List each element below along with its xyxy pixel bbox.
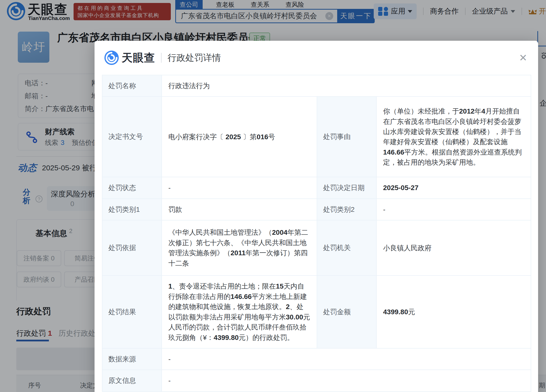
modal-title-divider — [161, 53, 162, 63]
data-source-label: 数据来源 — [102, 348, 162, 370]
data-source-value: - — [162, 348, 531, 370]
penalty-amount-value: 4399.80元 — [376, 275, 531, 348]
penalty-category2-value: - — [376, 199, 531, 220]
penalty-result-label: 处罚结果 — [102, 275, 162, 348]
modal-title: 行政处罚详情 — [168, 52, 221, 64]
penalty-authority-value: 小良镇人民政府 — [376, 220, 531, 275]
penalty-name-label: 处罚名称 — [102, 75, 162, 97]
table-row: 决定书文号 电小府案行决字〔 2025 〕第016号 处罚事由 你（单位）未经批… — [102, 97, 531, 177]
penalty-reason-value: 你（单位）未经批准，于2012年4月开始擅自在广东省茂名市电白区小良镇岭圩村委会… — [376, 97, 531, 177]
penalty-detail-table: 处罚名称 行政违法行为 决定书文号 电小府案行决字〔 2025 〕第016号 处… — [102, 75, 531, 392]
table-row: 处罚状态 - 处罚决定日期 2025-05-27 — [102, 177, 531, 198]
table-row: 处罚名称 行政违法行为 — [102, 75, 531, 97]
penalty-status-label: 处罚状态 — [102, 177, 162, 198]
table-row: 数据来源 - — [102, 348, 531, 370]
modal-brand-wordmark: 天眼查 — [122, 51, 155, 65]
screen: 天眼查 TianYanCha.com 都 在 用 的 商 业 查 询 工 具 国… — [0, 0, 546, 392]
penalty-category2-label: 处罚类别2 — [317, 199, 376, 220]
table-row: 处罚类别1 罚款 处罚类别2 - — [102, 199, 531, 220]
original-text-value: - — [162, 370, 531, 391]
table-row: 处罚依据 《中华人民共和国土地管理法》（2004年第二次修正）第七十六条、《中华… — [102, 220, 531, 275]
penalty-decision-date-label: 处罚决定日期 — [317, 177, 376, 198]
penalty-detail-modal: 天眼查 行政处罚详情 ✕ 处罚名称 行政违法行为 决定书文号 电小府案行决字〔 … — [95, 41, 538, 392]
table-row: 处罚结果 1、责令退还非法占用的土地；限在15天内自行拆除在非法占用的146.6… — [102, 275, 531, 348]
penalty-category1-value: 罚款 — [162, 199, 317, 220]
decision-doc-no-value: 电小府案行决字〔 2025 〕第016号 — [162, 97, 317, 177]
penalty-status-value: - — [162, 177, 317, 198]
penalty-category1-label: 处罚类别1 — [102, 199, 162, 220]
penalty-name-value: 行政违法行为 — [162, 75, 531, 97]
close-icon[interactable]: ✕ — [519, 53, 527, 63]
original-text-label: 原文信息 — [102, 370, 162, 391]
penalty-reason-label: 处罚事由 — [317, 97, 376, 177]
penalty-result-value: 1、责令退还非法占用的土地；限在15天内自行拆除在非法占用的146.66平方米土… — [162, 275, 317, 348]
tianyancha-logo-icon — [104, 51, 119, 65]
penalty-amount-label: 处罚金额 — [317, 275, 376, 348]
penalty-decision-date-value: 2025-05-27 — [376, 177, 531, 198]
penalty-basis-value: 《中华人民共和国土地管理法》（2004年第二次修正）第七十六条、《中华人民共和国… — [162, 220, 317, 275]
modal-header: 天眼查 行政处罚详情 ✕ — [95, 41, 538, 75]
penalty-authority-label: 处罚机关 — [317, 220, 376, 275]
table-row: 原文信息 - — [102, 370, 531, 391]
penalty-basis-label: 处罚依据 — [102, 220, 162, 275]
decision-doc-no-label: 决定书文号 — [102, 97, 162, 177]
